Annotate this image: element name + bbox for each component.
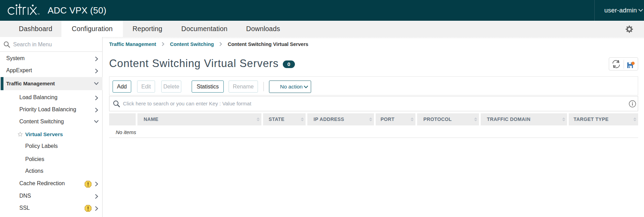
svg-text:™: ™	[37, 13, 40, 16]
